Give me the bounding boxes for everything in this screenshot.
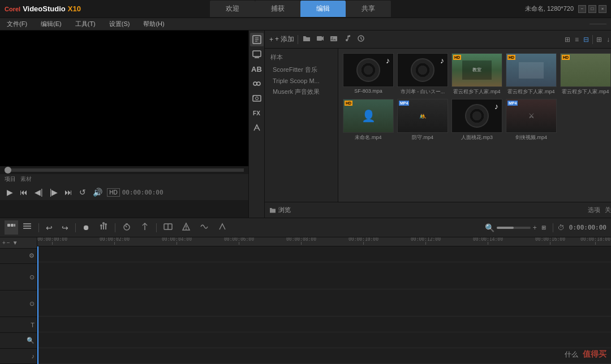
photo-library-icon[interactable] bbox=[329, 33, 339, 45]
track-bg-4 bbox=[37, 317, 611, 332]
prev-frame-button[interactable]: ◀| bbox=[32, 187, 45, 198]
effect-button[interactable] bbox=[179, 220, 193, 235]
menu-settings[interactable]: 设置(S) bbox=[107, 19, 132, 29]
track-label-video3: ⊙ bbox=[0, 291, 37, 317]
tool-instant[interactable] bbox=[250, 47, 264, 61]
zoom-slider[interactable] bbox=[497, 227, 531, 229]
svg-point-24 bbox=[186, 228, 187, 229]
tool-fx[interactable]: FX bbox=[250, 106, 264, 120]
media-item[interactable]: ♪ SF-803.mpa bbox=[343, 53, 394, 96]
tool-text[interactable]: AB bbox=[250, 62, 264, 76]
media-item[interactable]: ♪ 市川孝 - 白いスー... bbox=[397, 53, 448, 96]
maximize-button[interactable]: □ bbox=[588, 5, 596, 13]
audio-mix-button[interactable] bbox=[97, 220, 110, 235]
record-button[interactable]: ⏺ bbox=[80, 222, 92, 233]
redo-button[interactable]: ↪ bbox=[59, 222, 71, 234]
volume-button[interactable]: 🔊 bbox=[91, 187, 105, 198]
thumb-view-button[interactable]: ⊟ bbox=[582, 34, 590, 45]
split-button[interactable] bbox=[161, 220, 175, 235]
svg-point-5 bbox=[255, 97, 258, 100]
mix-button[interactable] bbox=[197, 220, 211, 235]
media-item[interactable]: 👤 HD 未命名.mp4 bbox=[343, 99, 394, 141]
repeat-button[interactable]: ↺ bbox=[77, 187, 88, 198]
next-frame-button[interactable]: |▶ bbox=[48, 187, 61, 198]
plus-icon: + bbox=[269, 36, 273, 44]
library-content: 样本 ScoreFitter 音乐 Triple Scoop M... Muse… bbox=[265, 49, 611, 202]
category-muserk[interactable]: Muserk 声音效果 bbox=[265, 86, 338, 98]
tool-media[interactable] bbox=[250, 33, 264, 46]
play-button[interactable]: ▶ bbox=[5, 187, 15, 198]
browse-button[interactable]: 浏览 bbox=[269, 206, 291, 214]
track-label-audio: ♪ bbox=[0, 349, 37, 364]
track-bg-2 bbox=[37, 262, 611, 289]
close-panel-button[interactable]: 关 bbox=[605, 206, 611, 214]
options-label[interactable]: 选项 bbox=[588, 206, 600, 214]
tab-capture[interactable]: 捕获 bbox=[255, 1, 300, 17]
media-item[interactable]: 教室 HD 霍云程乡下人家.mp4 bbox=[451, 53, 502, 96]
timeline-zoom: 🔍 + ⊞ bbox=[485, 223, 548, 232]
preview-thumb bbox=[5, 167, 11, 174]
tool-photo[interactable] bbox=[250, 92, 264, 105]
clock-icon: ⏱ bbox=[558, 224, 565, 232]
left-toolbar: AB FX bbox=[249, 31, 265, 218]
svg-rect-15 bbox=[23, 226, 31, 227]
music-library-icon[interactable] bbox=[342, 33, 352, 45]
project-label: 项目 bbox=[5, 175, 16, 183]
svg-point-9 bbox=[346, 39, 348, 41]
prev-clip-button[interactable]: ⏮ bbox=[18, 187, 30, 198]
ruler-mark: 00:00:10:00 bbox=[348, 237, 378, 245]
list-view-button[interactable]: ≡ bbox=[574, 34, 580, 45]
timeline-area: ↩ ↪ ⏺ 🔍 bbox=[0, 218, 611, 364]
tab-edit[interactable]: 编辑 bbox=[300, 1, 346, 17]
track-add-icon[interactable]: + bbox=[2, 240, 6, 246]
media-item[interactable]: ♪ 人面桃花.mp3 bbox=[451, 99, 502, 141]
folder-icon[interactable] bbox=[302, 33, 312, 45]
category-scorefitter[interactable]: ScoreFitter 音乐 bbox=[265, 64, 338, 76]
menu-file[interactable]: 文件(F) bbox=[5, 19, 29, 29]
tab-welcome[interactable]: 欢迎 bbox=[210, 1, 255, 17]
tool-transitions[interactable] bbox=[250, 77, 264, 90]
zoom-in-button[interactable]: + bbox=[533, 224, 537, 232]
media-item[interactable]: HD 霍云程乡下人家.mp4 bbox=[560, 53, 611, 96]
svg-rect-6 bbox=[317, 36, 322, 41]
playhead[interactable] bbox=[37, 246, 38, 364]
next-clip-button[interactable]: ⏭ bbox=[62, 187, 75, 198]
track-content bbox=[37, 246, 611, 364]
media-item[interactable]: 🤼 MP4 防守.mp4 bbox=[397, 99, 448, 141]
effect-library-icon[interactable] bbox=[356, 33, 366, 45]
timeline-view-button[interactable] bbox=[20, 220, 34, 235]
title-tabs: 欢迎 捕获 编辑 共享 bbox=[210, 1, 391, 17]
tab-share[interactable]: 共享 bbox=[346, 1, 391, 17]
zoom-out-button[interactable]: 🔍 bbox=[485, 223, 494, 232]
snap-button[interactable] bbox=[138, 220, 152, 235]
menu-help[interactable]: 帮助(H) bbox=[141, 19, 166, 29]
close-button[interactable]: × bbox=[599, 5, 606, 13]
minimize-button[interactable]: − bbox=[578, 5, 586, 13]
add-media-button[interactable]: + + 添加 bbox=[269, 34, 294, 44]
watermark-what: 什么 bbox=[565, 350, 578, 359]
track-label-video1: ⚙ bbox=[0, 249, 37, 265]
motion-button[interactable] bbox=[216, 220, 229, 235]
fit-to-window-button[interactable]: ⊞ bbox=[539, 223, 548, 232]
menu-tools[interactable]: 工具(T) bbox=[73, 19, 98, 29]
undo-button[interactable]: ↩ bbox=[44, 222, 55, 234]
media-item[interactable]: ⚔ MP4 剑侠视频.mp4 bbox=[506, 99, 557, 141]
import-button[interactable]: ↓ bbox=[605, 34, 611, 45]
timeline-ruler[interactable]: 00:00:00:00 00:00:02:00 00:00:04:00 00:0… bbox=[37, 237, 611, 246]
speed-button[interactable] bbox=[120, 220, 134, 235]
menu-edit[interactable]: 编辑(E) bbox=[38, 19, 64, 29]
sort-button[interactable]: ⊞ bbox=[595, 34, 603, 45]
grid-view-button[interactable]: ⊞ bbox=[563, 34, 571, 45]
preview-progress[interactable] bbox=[5, 168, 244, 172]
app-logo: Corel VideoStudio X10 bbox=[5, 5, 81, 13]
track-label-video2: ⊙ bbox=[0, 264, 37, 291]
track-remove-icon[interactable]: − bbox=[7, 240, 10, 246]
media-grid: ♪ SF-803.mpa ♪ 市川孝 - 白いスー... bbox=[338, 49, 611, 202]
tool-motion[interactable] bbox=[250, 121, 264, 135]
media-item[interactable]: HD 霍云程乡下人家.mp4 bbox=[506, 53, 557, 96]
storyboard-view-button[interactable] bbox=[5, 220, 18, 235]
category-triplescoop[interactable]: Triple Scoop M... bbox=[265, 76, 338, 86]
svg-rect-13 bbox=[14, 224, 15, 227]
video-icon[interactable] bbox=[315, 33, 325, 45]
hint-label: 素材 bbox=[20, 175, 32, 183]
